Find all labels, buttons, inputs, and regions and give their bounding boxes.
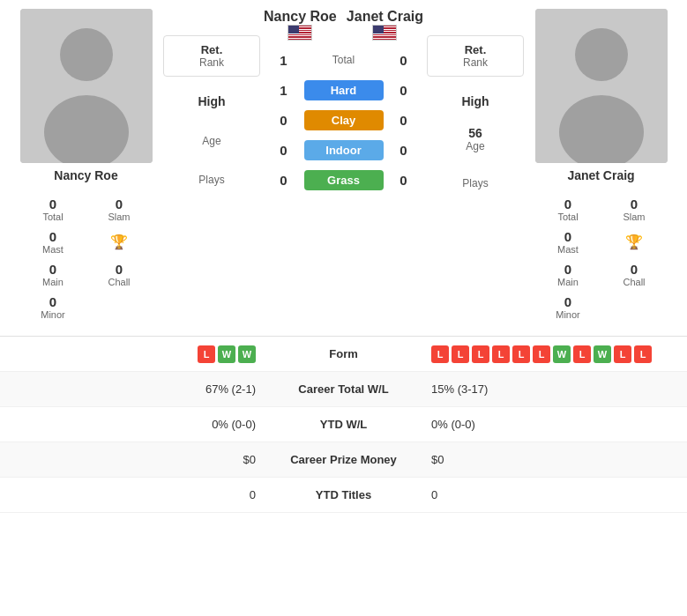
left-ret-title: Ret.	[178, 43, 245, 56]
total-right-value: 0	[384, 53, 423, 68]
grass-badge: Grass	[304, 170, 384, 190]
hard-left-value: 1	[264, 83, 303, 98]
ytd-wl-label: YTD W/L	[256, 418, 431, 431]
right-stat-mast: 0 Mast	[535, 226, 601, 258]
right-form-badges: L L L L L L W L W L L	[431, 345, 678, 363]
left-age-section: Age	[202, 135, 220, 147]
left-plays-label: Plays	[198, 174, 224, 186]
titles-row: 0 YTD Titles 0	[0, 478, 687, 513]
form-left: L W W	[9, 345, 256, 363]
titles-right: 0	[431, 488, 678, 501]
left-minor-label: Minor	[22, 309, 85, 320]
right-player-card: Janet Craig 0 Total 0 Slam 0 Mast 🏆	[524, 9, 678, 323]
right-form-badge-6: W	[553, 345, 571, 363]
left-mast-value: 0	[22, 229, 85, 244]
top-section: Nancy Roe 0 Total 0 Slam 0 Mast 🏆	[0, 0, 687, 332]
left-form-badge-2: W	[238, 345, 256, 363]
right-age-section: 56 Age	[466, 126, 484, 152]
right-stat-slam: 0 Slam	[601, 193, 668, 226]
clay-right-value: 0	[384, 113, 423, 128]
total-center-label: Total	[303, 54, 384, 66]
hard-badge: Hard	[304, 80, 384, 100]
right-form-badge-10: L	[634, 345, 652, 363]
right-high-section: High	[461, 94, 489, 108]
right-flag	[372, 25, 397, 41]
right-plays-section: Plays	[462, 177, 488, 189]
right-player-avatar	[535, 9, 668, 163]
right-plays-label: Plays	[462, 177, 488, 189]
right-name-top: Janet Craig	[347, 9, 423, 25]
left-chall-label: Chall	[88, 277, 151, 287]
left-chall-value: 0	[88, 262, 151, 277]
right-form-badge-5: L	[533, 345, 550, 363]
ytd-wl-row: 0% (0-0) YTD W/L 0% (0-0)	[0, 407, 687, 442]
prize-left: $0	[9, 453, 256, 466]
total-row: 1 Total 0	[264, 46, 423, 74]
right-slam-value: 0	[603, 197, 666, 212]
left-flag	[287, 25, 312, 41]
career-wl-left: 67% (2-1)	[9, 382, 256, 396]
left-age-label: Age	[202, 135, 220, 147]
bottom-section: L W W Form L L L L L L W L W L L	[0, 336, 687, 513]
left-slam-value: 0	[88, 197, 151, 212]
left-main-value: 0	[22, 262, 85, 277]
right-form-badge-7: L	[573, 345, 591, 363]
right-form-badge-2: L	[472, 345, 489, 363]
left-player-stats: 0 Total 0 Slam 0 Mast 🏆 0 Main	[20, 193, 153, 323]
names-row: Nancy Roe Janet Craig	[264, 9, 423, 41]
hard-row: 1 Hard 0	[264, 76, 423, 104]
left-form-badges: L W W	[9, 345, 256, 363]
left-high-section: High	[198, 94, 225, 108]
clay-badge-container: Clay	[303, 110, 384, 130]
right-chall-label: Chall	[603, 277, 666, 287]
grass-right-value: 0	[384, 173, 423, 188]
left-rank-sub: Rank	[178, 56, 245, 69]
titles-left: 0	[9, 488, 256, 501]
right-slam-label: Slam	[603, 212, 666, 222]
indoor-row: 0 Indoor 0	[264, 136, 423, 164]
right-ret-title: Ret.	[442, 43, 509, 56]
grass-badge-container: Grass	[303, 170, 384, 190]
clay-left-value: 0	[264, 113, 303, 128]
right-form-badge-8: W	[594, 345, 611, 363]
left-stat-main: 0 Main	[20, 258, 86, 291]
grass-row: 0 Grass 0	[264, 166, 423, 194]
left-total-label: Total	[22, 212, 85, 222]
prize-label: Career Prize Money	[256, 453, 431, 466]
right-rank-sub: Rank	[442, 56, 509, 69]
right-age-value: 56	[466, 126, 484, 140]
right-form-badge-0: L	[431, 345, 449, 363]
left-stat-slam: 0 Slam	[86, 193, 153, 226]
indoor-right-value: 0	[384, 143, 423, 158]
total-left-value: 1	[264, 53, 303, 68]
right-mast-value: 0	[537, 229, 600, 244]
grass-left-value: 0	[264, 173, 303, 188]
right-name-flag: Janet Craig	[567, 163, 634, 182]
left-form-badge-1: W	[218, 345, 235, 363]
right-form-badge-3: L	[492, 345, 510, 363]
left-player-avatar	[20, 9, 153, 163]
right-total-label: Total	[537, 212, 600, 222]
career-wl-row: 67% (2-1) Career Total W/L 15% (3-17)	[0, 372, 687, 407]
right-age-label: Age	[466, 140, 484, 152]
career-wl-right: 15% (3-17)	[431, 382, 678, 396]
left-trophy-cell: 🏆	[86, 226, 153, 258]
prize-row: $0 Career Prize Money $0	[0, 442, 687, 478]
right-name-header: Janet Craig	[347, 9, 423, 41]
player-comparison: Nancy Roe 0 Total 0 Slam 0 Mast 🏆	[0, 0, 687, 513]
left-high-value: High	[198, 94, 225, 108]
left-form-badge-0: L	[198, 345, 215, 363]
left-ret-rank-section: Ret. Rank High Age Plays	[163, 9, 260, 323]
hard-right-value: 0	[384, 83, 423, 98]
left-stat-chall: 0 Chall	[86, 258, 153, 291]
titles-label: YTD Titles	[256, 488, 431, 501]
left-stat-total: 0 Total	[20, 193, 86, 226]
left-main-label: Main	[22, 277, 85, 287]
svg-point-1	[60, 28, 113, 81]
svg-point-4	[575, 28, 628, 81]
right-ret-rank-box: Ret. Rank	[427, 35, 524, 77]
clay-badge: Clay	[304, 110, 384, 130]
clay-row: 0 Clay 0	[264, 106, 423, 134]
left-name-top: Nancy Roe	[264, 9, 337, 25]
right-main-value: 0	[537, 262, 600, 277]
